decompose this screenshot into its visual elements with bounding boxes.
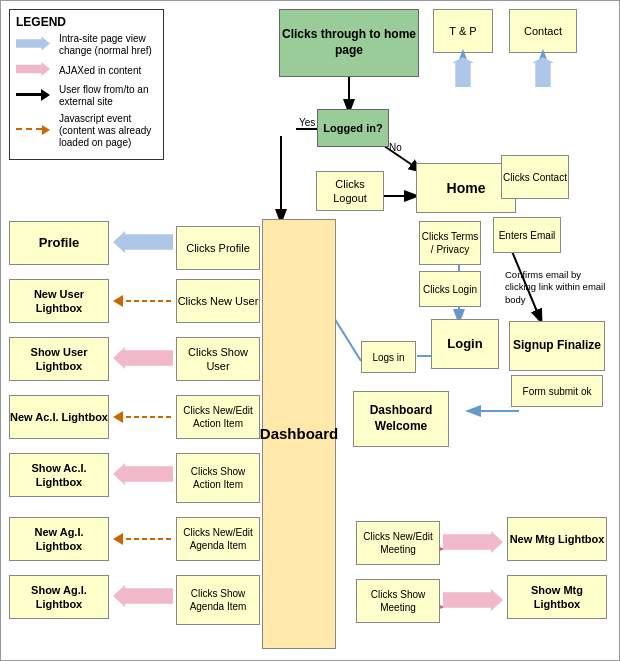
confirms-email-text: Confirms email by clicking link within e…: [505, 269, 613, 306]
clicks-show-user-box: Clicks Show User: [176, 337, 260, 381]
legend-title: LEGEND: [16, 15, 157, 29]
logged-in-box: Logged in?: [317, 109, 389, 147]
show-agi-arrow: [113, 585, 173, 607]
dashed-arrow-icon: [16, 124, 50, 136]
show-aci-arrow: [113, 463, 173, 485]
dashboard-welcome-box: Dashboard Welcome: [353, 391, 449, 447]
legend-item-pink: AJAXed in content: [16, 62, 157, 79]
pink-arrow-icon: [16, 62, 50, 76]
login-box: Login: [431, 319, 499, 369]
clicks-new-agi-box: Clicks New/Edit Agenda Item: [176, 517, 260, 561]
dashboard-box: Dashboard: [262, 219, 336, 649]
diagram: LEGEND Intra-site page view change (norm…: [0, 0, 620, 661]
profile-box: Profile: [9, 221, 109, 265]
legend-label-black: User flow from/to an external site: [59, 84, 157, 108]
svg-text:No: No: [389, 142, 402, 153]
new-user-lightbox-box: New User Lightbox: [9, 279, 109, 323]
show-aci-lightbox-box: Show Ac.I. Lightbox: [9, 453, 109, 497]
clicks-contact-box: Clicks Contact: [501, 155, 569, 199]
legend-item-dashed: Javascript event (content was already lo…: [16, 113, 157, 149]
svg-text:Yes: Yes: [299, 117, 315, 128]
clicks-terms-box: Clicks Terms / Privacy: [419, 221, 481, 265]
clicks-home-box: Clicks through to home page: [279, 9, 419, 77]
show-user-arrow: [113, 347, 173, 369]
new-aci-lightbox-box: New Ac.I. Lightbox: [9, 395, 109, 439]
clicks-show-agi-box: Clicks Show Agenda Item: [176, 575, 260, 625]
new-mtg-lightbox-box: New Mtg Lightbox: [507, 517, 607, 561]
show-agi-lightbox-box: Show Ag.I. Lightbox: [9, 575, 109, 619]
form-submit-box: Form submit ok: [511, 375, 603, 407]
clicks-show-action-box: Clicks Show Action Item: [176, 453, 260, 503]
new-user-dashed-arrow: [113, 290, 173, 312]
clicks-new-user-box: Clicks New User: [176, 279, 260, 323]
svg-marker-21: [113, 533, 123, 545]
enters-email-box: Enters Email: [493, 217, 561, 253]
legend-item-blue: Intra-site page view change (normal href…: [16, 33, 157, 57]
new-agi-lightbox-box: New Ag.I. Lightbox: [9, 517, 109, 561]
svg-marker-19: [113, 411, 123, 423]
blue-arrow-icon: [16, 37, 50, 51]
show-mtg-lightbox-box: Show Mtg Lightbox: [507, 575, 607, 619]
contact-box: Contact: [509, 9, 577, 53]
logs-in-box: Logs in: [361, 341, 416, 373]
new-mtg-arrow: [443, 531, 503, 553]
tp-box: T & P: [433, 9, 493, 53]
legend-label-pink: AJAXed in content: [59, 65, 141, 77]
profile-arrow: [113, 231, 173, 253]
clicks-show-mtg-box: Clicks Show Meeting: [356, 579, 440, 623]
show-user-lightbox-box: Show User Lightbox: [9, 337, 109, 381]
clicks-profile-box: Clicks Profile: [176, 226, 260, 270]
signup-finalize-box: Signup Finalize: [509, 321, 605, 371]
clicks-logout-box: Clicks Logout: [316, 171, 384, 211]
new-agi-dashed-arrow: [113, 528, 173, 550]
legend-label-blue: Intra-site page view change (normal href…: [59, 33, 157, 57]
legend-label-dashed: Javascript event (content was already lo…: [59, 113, 157, 149]
show-mtg-arrow: [443, 589, 503, 611]
contact-up-arrow: [532, 57, 554, 87]
svg-marker-17: [113, 295, 123, 307]
legend-item-black: User flow from/to an external site: [16, 84, 157, 108]
clicks-new-aci-box: Clicks New/Edit Action Item: [176, 395, 260, 439]
tp-up-arrow: [452, 57, 474, 87]
legend-box: LEGEND Intra-site page view change (norm…: [9, 9, 164, 160]
clicks-login-box: Clicks Login: [419, 271, 481, 307]
clicks-new-mtg-box: Clicks New/Edit Meeting: [356, 521, 440, 565]
black-arrow-icon: [16, 89, 50, 101]
new-aci-dashed-arrow: [113, 406, 173, 428]
